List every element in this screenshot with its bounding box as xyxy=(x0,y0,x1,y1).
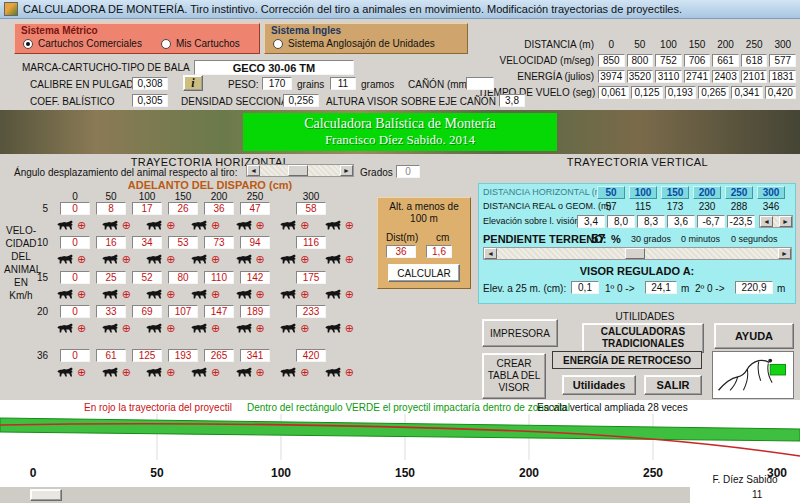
distancia-value: 50 xyxy=(627,38,654,51)
distancia-value: 300 xyxy=(769,38,796,51)
adelanto-cell: 110 xyxy=(204,271,234,284)
leaping-animal-box xyxy=(712,351,794,399)
angle-scrollbar[interactable]: ◄ ► xyxy=(246,164,354,177)
banner-author: Francisco Díez Sabido. 2014 xyxy=(325,132,475,148)
animal-icon-row: ⊕ ⊕ ⊕ ⊕ ⊕ ⊕ ⊕ xyxy=(56,217,354,233)
radio-sistema-anglosajon[interactable] xyxy=(273,39,283,49)
distancia-value: 200 xyxy=(712,38,739,51)
zero1-label: 1º 0 -> xyxy=(605,283,635,294)
adelanto-cell: 36 xyxy=(204,202,234,215)
calculadoras-button[interactable]: CALCULADORAS TRADICIONALES xyxy=(582,323,704,353)
calibre-label: CALIBRE EN PULGADAS xyxy=(30,79,147,90)
radio-mis-cartuchos[interactable] xyxy=(161,39,171,49)
peso-grains-input[interactable]: 170 xyxy=(262,77,292,90)
pendiente-scrollbar[interactable]: ◄ ► xyxy=(483,247,792,260)
lead-marker-icon: ⊕ xyxy=(256,367,265,378)
scrollbar-track[interactable] xyxy=(497,248,778,259)
lead-marker-icon: ⊕ xyxy=(256,220,265,231)
column-header: 100 xyxy=(132,191,162,202)
energia-value: 2741 xyxy=(684,70,711,83)
x-axis-label: 200 xyxy=(514,466,544,480)
running-animal-icon xyxy=(145,322,164,334)
elev25-input[interactable]: 0,1 xyxy=(571,281,599,294)
canon-input[interactable] xyxy=(466,77,494,90)
adelanto-cell: 26 xyxy=(168,202,198,215)
scroll-right-icon[interactable]: ► xyxy=(340,165,353,176)
coef-input[interactable]: 0,305 xyxy=(132,94,168,107)
densidad-label: DENSIDAD SECCIONAL xyxy=(181,96,293,107)
scroll-right-icon[interactable]: ► xyxy=(778,248,791,259)
table-row: ENERGÍA (julios) 3974 3520 3110 2741 240… xyxy=(478,69,796,83)
adelanto-title: ADELANTO DEL DISPARO (cm) xyxy=(0,179,420,191)
ayuda-button[interactable]: AYUDA xyxy=(714,323,794,349)
x-axis-label: 150 xyxy=(390,466,420,480)
elevacion-scrollbar[interactable]: ◄ ► xyxy=(759,215,793,228)
running-animal-icon xyxy=(56,253,75,265)
scroll-right-icon[interactable]: ► xyxy=(779,216,792,227)
dist-label: Dist(m) xyxy=(386,232,418,243)
elev25-label: Elev. a 25 m. (cm): xyxy=(483,283,566,294)
dist-real-label: DISTANCIA REAL o GEOM. (m) xyxy=(483,201,612,211)
legend-red: En rojo la trayectoria del proyectil xyxy=(84,402,232,413)
scrollbar-track[interactable] xyxy=(260,165,340,176)
adelanto-cell: 8 xyxy=(96,202,126,215)
vital-zone-band xyxy=(0,418,800,441)
velocidad-value: 706 xyxy=(684,54,711,67)
utilidades-button[interactable]: Utilidades xyxy=(562,375,636,395)
elevacion-value: 3,6 xyxy=(667,215,695,228)
cm-label: cm xyxy=(436,232,449,243)
energia-retroceso-button[interactable]: ENERGÍA DE RETROCESO xyxy=(552,351,702,369)
marca-label: MARCA-CARTUCHO-TIPO DE BALA xyxy=(22,62,190,73)
column-header: 250 xyxy=(240,191,270,202)
scrollbar-thumb[interactable] xyxy=(625,248,645,259)
scrollbar-thumb[interactable] xyxy=(288,165,308,176)
lead-marker-icon: ⊕ xyxy=(345,254,354,265)
adelanto-cell: 147 xyxy=(204,305,234,318)
scrollbar-track[interactable] xyxy=(773,216,779,227)
distancia-value: 100 xyxy=(655,38,682,51)
angle-label: Ángulo desplazamiento del animal respect… xyxy=(14,167,237,178)
lead-marker-icon: ⊕ xyxy=(122,254,131,265)
altura-visor-input[interactable]: 3,8 xyxy=(499,94,525,107)
peso-gramos-input[interactable]: 11 xyxy=(330,77,356,90)
scroll-left-icon[interactable]: ◄ xyxy=(484,248,497,259)
running-animal-icon xyxy=(279,253,298,265)
dist-input[interactable]: 36 xyxy=(386,245,416,258)
dist-h-value: 50 xyxy=(597,186,625,199)
grados-input[interactable]: 0 xyxy=(396,165,420,178)
lead-marker-icon: ⊕ xyxy=(211,367,220,378)
scroll-left-icon[interactable]: ◄ xyxy=(760,216,773,227)
calcular-button[interactable]: CALCULAR xyxy=(388,264,460,282)
running-animal-icon xyxy=(235,253,254,265)
adelanto-cell: 17 xyxy=(132,202,162,215)
dist-r-value: 173 xyxy=(661,201,689,212)
zero2-label: 2º 0 -> xyxy=(695,283,725,294)
zero2-unit: m xyxy=(777,283,785,294)
scroll-left-icon[interactable]: ◄ xyxy=(247,165,260,176)
grados-label: Grados xyxy=(360,167,393,178)
pendiente-grados: 30 grados xyxy=(631,234,671,244)
peso-label: PESO: xyxy=(228,79,259,90)
dist-h-value: 100 xyxy=(629,186,657,199)
radio-mis-cartuchos-label: Mis Cartuchos xyxy=(176,38,240,49)
adelanto-cell: 193 xyxy=(168,349,198,362)
crear-tabla-visor-button[interactable]: CREAR TABLA DEL VISOR xyxy=(482,353,546,399)
running-animal-icon xyxy=(101,322,120,334)
dist-h-value: 200 xyxy=(693,186,721,199)
adelanto-cell: 175 xyxy=(296,271,326,284)
speed-label: 15 xyxy=(30,272,48,283)
salir-button[interactable]: SALIR xyxy=(644,375,702,395)
impresora-button[interactable]: IMPRESORA xyxy=(482,319,558,347)
speed-label: 36 xyxy=(30,350,48,361)
running-animal-icon xyxy=(324,322,343,334)
taskbar-button[interactable] xyxy=(30,489,62,501)
alt-box-title: Alt. a menos de 100 m xyxy=(382,201,466,225)
info-button[interactable]: i xyxy=(183,75,203,91)
running-animal-icon xyxy=(235,322,254,334)
marca-input[interactable]: GECO 30-06 TM xyxy=(194,60,354,75)
x-axis-label: 100 xyxy=(266,466,296,480)
calibre-input[interactable]: 0,308 xyxy=(132,77,168,90)
radio-cartuchos-comerciales[interactable] xyxy=(23,39,33,49)
adelanto-cell: 0 xyxy=(60,271,90,284)
lead-marker-icon: ⊕ xyxy=(211,323,220,334)
